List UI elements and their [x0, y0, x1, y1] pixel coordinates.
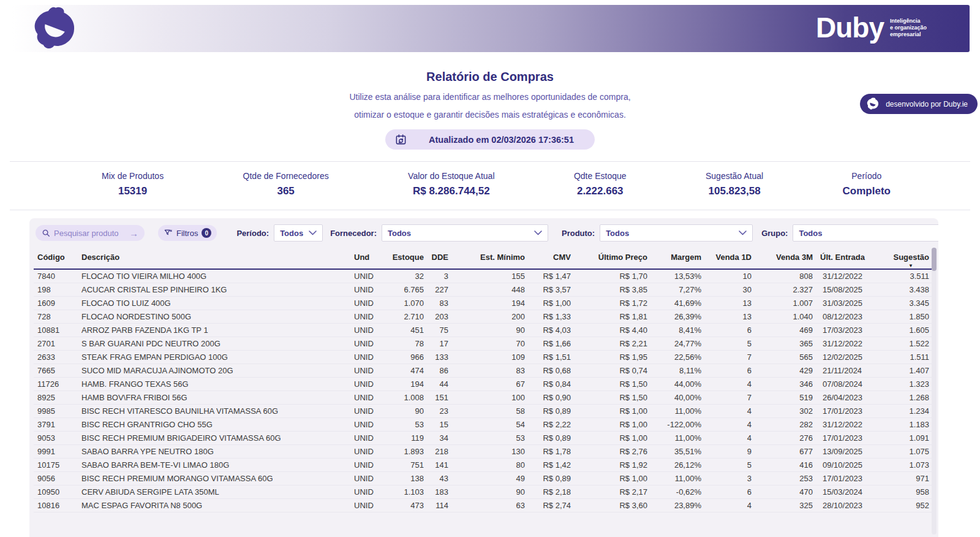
cell-1: CERV ABIUDA SERGIPE LATA 350ML — [78, 486, 350, 499]
table-row[interactable]: 10175SABAO BARRA BEM-TE-VI LIMAO 180GUNI… — [34, 459, 933, 472]
cell-3: 474 — [380, 364, 428, 378]
table-row[interactable]: 10816MAC ESPAG FAVORITA N8 500GUNID47311… — [34, 499, 933, 512]
cell-8: -0,62% — [651, 486, 705, 499]
cell-7: R$ 1,00 — [575, 432, 651, 445]
cell-10: 365 — [755, 337, 816, 351]
table-row[interactable]: 728FLOCAO NORDESTINO 500GUNID2.710203200… — [34, 310, 933, 324]
column-header-venda-1d[interactable]: Venda 1D — [705, 249, 755, 269]
scrollbar-thumb[interactable] — [932, 248, 937, 271]
duby-logo-small-icon — [866, 97, 880, 110]
dropdown-select[interactable]: Todos — [600, 224, 753, 242]
cell-7: R$ 1,50 — [575, 391, 651, 405]
cell-10: 429 — [755, 364, 816, 378]
cell-0: 9985 — [34, 405, 78, 418]
column-header-estoque[interactable]: Estoque — [380, 249, 428, 269]
cell-11: 17/01/2023 — [816, 472, 881, 486]
column-header-und[interactable]: Und — [350, 249, 380, 269]
cell-6: R$ 0,84 — [529, 378, 575, 391]
cell-5: 67 — [452, 378, 529, 391]
column-header-cmv[interactable]: CMV — [529, 249, 575, 269]
table-row[interactable]: 198ACUCAR CRISTAL ESP PINHEIRO 1KGUNID6.… — [34, 283, 933, 297]
table-row[interactable]: 10950CERV ABIUDA SERGIPE LATA 350MLUNID1… — [34, 486, 933, 499]
cell-5: 54 — [452, 418, 529, 432]
cell-11: 17/01/2023 — [816, 432, 881, 445]
cell-5: 49 — [452, 472, 529, 486]
search-submit-arrow-icon[interactable]: → — [129, 228, 138, 238]
cell-7: R$ 2,17 — [575, 486, 651, 499]
column-header-sugest-o[interactable]: Sugestão▼ — [881, 249, 933, 269]
cell-1: SUCO MID MARACUJA AJINOMOTO 20G — [78, 364, 350, 378]
cell-11: 31/12/2022 — [816, 337, 881, 351]
table-row[interactable]: 11726HAMB. FRANGO TEXAS 56GUNID1944467R$… — [34, 378, 933, 391]
cell-8: 8,41% — [651, 324, 705, 337]
column-header-dde[interactable]: DDE — [428, 249, 452, 269]
cell-10: 276 — [755, 432, 816, 445]
cell-10: 1.040 — [755, 310, 816, 324]
cell-2: UNID — [350, 486, 380, 499]
cell-0: 10175 — [34, 459, 78, 472]
table-row[interactable]: 1609FLOCAO TIO LUIZ 400GUNID1.07083194R$… — [34, 297, 933, 310]
cell-8: 23,89% — [651, 499, 705, 512]
column-header-margem[interactable]: Margem — [651, 249, 705, 269]
table-row[interactable]: 3791BISC RECH GRANTRIGO CHO 55GUNID53155… — [34, 418, 933, 432]
column-header-c-digo[interactable]: Código — [34, 249, 78, 269]
cell-6: R$ 3,57 — [529, 283, 575, 297]
developed-by-badge[interactable]: desenvolvido por Duby.ie — [860, 94, 978, 114]
cell-8: 26,39% — [651, 310, 705, 324]
cell-12: 958 — [881, 486, 933, 499]
cell-6: R$ 1,78 — [529, 445, 575, 459]
filters-button[interactable]: Filtros 0 — [158, 225, 217, 241]
sort-desc-icon[interactable]: ▼ — [908, 263, 913, 268]
cell-2: UNID — [350, 459, 380, 472]
cell-9: 6 — [705, 364, 755, 378]
search-input[interactable] — [54, 229, 126, 238]
table-row[interactable]: 9056BISC RECH PREMIUM MORANGO VITAMASSA … — [34, 472, 933, 486]
dropdown-select[interactable]: Todos — [382, 224, 548, 242]
cell-4: 218 — [428, 445, 452, 459]
column-header-descri-o[interactable]: Descrição — [78, 249, 350, 269]
table-row[interactable]: 2701S BAR GUARANI PDC NEUTRO 200GUNID781… — [34, 337, 933, 351]
cell-12: 3.345 — [881, 297, 933, 310]
cell-10: 808 — [755, 269, 816, 283]
cell-5: 63 — [452, 499, 529, 512]
cell-10: 469 — [755, 324, 816, 337]
cell-11: 28/10/2023 — [816, 499, 881, 512]
column-header-venda-3m[interactable]: Venda 3M — [755, 249, 816, 269]
cell-0: 9056 — [34, 472, 78, 486]
cell-8: 11,00% — [651, 432, 705, 445]
cell-2: UNID — [350, 445, 380, 459]
cell-1: MAC ESPAG FAVORITA N8 500G — [78, 499, 350, 512]
table-row[interactable]: 7840FLOCAO TIO VIEIRA MILHO 400GUNID3231… — [34, 269, 933, 283]
cell-4: 15 — [428, 418, 452, 432]
dropdown-select[interactable]: Todos — [793, 224, 938, 242]
vertical-scrollbar[interactable] — [932, 248, 937, 535]
cell-2: UNID — [350, 283, 380, 297]
table-row[interactable]: 9991SABAO BARRA YPE NEUTRO 180GUNID1.893… — [34, 445, 933, 459]
cell-11: 21/11/2024 — [816, 364, 881, 378]
table-row[interactable]: 8925HAMB BOV\FRA FRIBOI 56GUNID1.0081511… — [34, 391, 933, 405]
table-row[interactable]: 9053BISC RECH PREMIUM BRIGADEIRO VITAMAS… — [34, 432, 933, 445]
cell-10: 282 — [755, 418, 816, 432]
cell-1: FLOCAO NORDESTINO 500G — [78, 310, 350, 324]
column-header-est-m-nimo[interactable]: Est. Mínimo — [452, 249, 529, 269]
column-header--lt-entrada[interactable]: Últ. Entrada — [816, 249, 881, 269]
table-row[interactable]: 10881ARROZ PARB FAZENDA 1KG TP 1UNID4517… — [34, 324, 933, 337]
stats-row: Mix de Produtos 15319 Qtde de Fornecedor… — [10, 161, 970, 210]
cell-7: R$ 1,50 — [575, 378, 651, 391]
cell-9: 4 — [705, 418, 755, 432]
cell-1: STEAK FRAG EMPAN PERDIGAO 100G — [78, 351, 350, 364]
cell-3: 473 — [380, 499, 428, 512]
cell-9: 6 — [705, 486, 755, 499]
table-row[interactable]: 7665SUCO MID MARACUJA AJINOMOTO 20GUNID4… — [34, 364, 933, 378]
cell-7: R$ 1,92 — [575, 459, 651, 472]
dropdown-select[interactable]: Todos — [274, 224, 323, 242]
table-row[interactable]: 2633STEAK FRAG EMPAN PERDIGAO 100GUNID96… — [34, 351, 933, 364]
column-header--ltimo-pre-o[interactable]: Último Preço — [575, 249, 651, 269]
cell-1: BISC RECH PREMIUM MORANGO VITAMASSA 60G — [78, 472, 350, 486]
table-row[interactable]: 9985BISC RECH VITARESCO BAUNILHA VITAMAS… — [34, 405, 933, 418]
cell-8: 22,56% — [651, 351, 705, 364]
search-box[interactable]: → — [36, 225, 145, 241]
cell-5: 100 — [452, 391, 529, 405]
updated-badge: Atualizado em 02/03/2026 17:36:51 — [385, 129, 595, 150]
cell-0: 8925 — [34, 391, 78, 405]
